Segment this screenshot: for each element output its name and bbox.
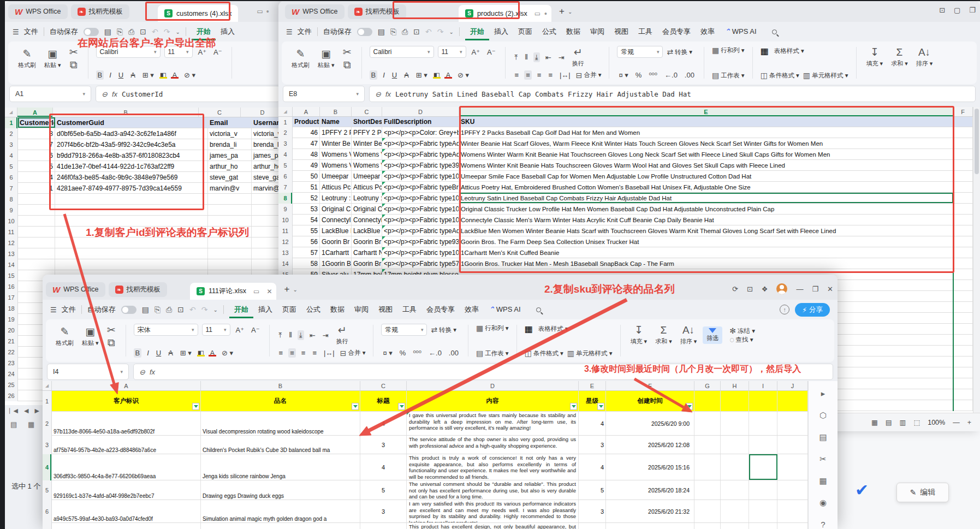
cell[interactable] — [55, 227, 208, 237]
cell[interactable]: 48 — [293, 149, 320, 159]
cell[interactable]: 53 — [293, 204, 320, 214]
menu-item-8[interactable]: 会员专享 — [657, 27, 696, 35]
ribbon-filter-button-active[interactable]: 筛选 — [703, 326, 722, 344]
cell[interactable]: Connectyle Classic Men's Warm Winter Hat… — [459, 215, 953, 225]
tab-list-chevron-icon[interactable]: ⌄ — [568, 9, 572, 15]
undo-icon[interactable]: ↶ — [152, 27, 158, 36]
cell[interactable]: 55 — [293, 225, 320, 236]
cell[interactable]: 4 — [360, 523, 407, 529]
tab-close-icon[interactable]: ✕ — [266, 288, 272, 295]
filter-dropdown-button[interactable] — [398, 403, 405, 410]
indent-dec-button[interactable]: ⇤ — [544, 53, 553, 62]
more-chevron-icon[interactable]: ⌄ — [449, 29, 454, 35]
valign-button-2[interactable]: ⤓ — [533, 52, 540, 62]
cell[interactable]: Connectyl — [352, 215, 382, 225]
cell[interactable] — [721, 480, 749, 500]
formula-bar[interactable]: ⊖ fx — [133, 364, 833, 380]
borders-button[interactable]: ⊞ ▾ — [141, 70, 156, 80]
cell[interactable]: brenda_li — [208, 139, 252, 150]
row-number-5[interactable]: 5 — [278, 160, 293, 171]
cell[interactable]: 50 — [293, 171, 320, 181]
cell[interactable]: 5 — [18, 161, 55, 171]
menu-item-7[interactable]: 工具 — [633, 27, 657, 35]
cell[interactable]: 49 — [293, 160, 320, 170]
cell[interactable] — [953, 149, 973, 159]
bold-button[interactable]: B — [134, 348, 142, 358]
cell[interactable]: <p></p><p>Fabric typeAcr — [382, 138, 459, 148]
column-header-G[interactable]: G — [694, 381, 721, 390]
ribbon-fill-button[interactable]: ↧填充 ▾ — [628, 324, 650, 347]
filter-dropdown-button[interactable] — [352, 403, 359, 410]
valign-button-0[interactable]: ⤒ — [277, 330, 284, 340]
borders-button[interactable]: ⊞ ▾ — [179, 348, 193, 358]
ribbon-fmt-button[interactable]: ✎格式刷 — [289, 47, 312, 70]
cell[interactable]: 4 — [579, 454, 606, 480]
cell[interactable] — [721, 454, 749, 480]
ribbon-rowcol-button[interactable]: ▦行和列 ▾ — [476, 324, 509, 332]
cell[interactable]: 929169c1-b37e-4afd-a04f-998e2b7eebc7 — [52, 480, 201, 500]
cell[interactable] — [749, 412, 777, 435]
cell[interactable]: Winter Beanie Hat Scarf Gloves, Warm Fle… — [459, 138, 953, 148]
font-color-button[interactable]: A — [209, 350, 216, 356]
halign-button-1[interactable]: ≡ — [524, 70, 532, 80]
cell[interactable]: Winter Be — [320, 138, 352, 148]
cell[interactable]: 2025/6/20 12:08 — [606, 436, 694, 454]
formula-bar[interactable]: ⊖ fx CustomerId — [96, 86, 280, 102]
cell[interactable] — [721, 500, 749, 522]
cell[interactable] — [749, 480, 777, 500]
cell[interactable]: 2025/6/20 9:00 — [606, 412, 694, 435]
ribbon-fmt-button[interactable]: ✎格式刷 — [16, 47, 38, 70]
row-number-2[interactable]: 2 — [5, 128, 18, 139]
font-increase-button[interactable]: A⁺ — [470, 47, 482, 57]
view-mode-icons[interactable]: ▤ ▦ — [10, 420, 39, 429]
file-menu[interactable]: 文件 — [24, 27, 38, 37]
apps-grid-icon[interactable]: ❖ — [762, 285, 768, 293]
cell[interactable] — [18, 205, 55, 215]
column-header-C[interactable]: C — [360, 381, 407, 390]
cell[interactable]: <p></p><p>Fabric typeBru — [382, 182, 459, 192]
cell[interactable] — [953, 236, 973, 247]
indent-inc-button[interactable]: ⇥ — [557, 53, 566, 62]
row-number-11[interactable]: 11 — [5, 227, 18, 237]
header-cell-Name[interactable]: Name — [320, 117, 352, 127]
menu-item-7[interactable]: 工具 — [397, 305, 421, 313]
cell[interactable] — [953, 171, 973, 181]
cast-screen-icon[interactable]: ⊡ — [747, 285, 753, 293]
ribbon-sort-button[interactable]: A↓排序 ▾ — [678, 324, 699, 347]
header-cell-客户标识[interactable]: 客户标识 — [52, 391, 201, 411]
menu-item-3[interactable]: 公式 — [301, 305, 325, 313]
clear-format-button[interactable]: ⊘ ▾ — [220, 348, 235, 358]
valign-button-1[interactable]: ⦀ — [287, 330, 294, 340]
cell[interactable]: 5 — [360, 480, 407, 500]
cell[interactable] — [18, 216, 55, 226]
ribbon-shared.font_size-select[interactable]: 11▾ — [202, 324, 230, 336]
cell[interactable] — [208, 237, 252, 248]
cell[interactable]: af75b746-957b-4b2e-a223-d88486b7a6ce — [52, 436, 201, 454]
view-page-icon[interactable]: ▤ — [886, 418, 892, 426]
filter-dropdown-button[interactable] — [597, 403, 604, 410]
cell[interactable]: 58 — [293, 258, 320, 269]
cell[interactable] — [777, 523, 808, 529]
cell[interactable]: 56 — [293, 236, 320, 247]
font-increase-button[interactable]: A⁺ — [197, 47, 209, 57]
scrollbar-vertical[interactable] — [973, 107, 980, 413]
row-number-11[interactable]: 11 — [278, 225, 293, 236]
ribbon-cond-button[interactable]: ◫条件格式 ▾ — [761, 71, 799, 80]
cell[interactable]: The service attitude of the shop owner i… — [407, 436, 579, 454]
underline-button[interactable]: U — [390, 70, 399, 80]
redo-icon[interactable]: ↷ — [437, 27, 444, 36]
bold-button[interactable]: B — [370, 70, 378, 80]
cell[interactable]: 52 — [293, 193, 320, 203]
ribbon-rowcol-button[interactable]: ▦行和列 ▾ — [712, 46, 745, 55]
zoom-out-icon[interactable]: ⊖ — [375, 90, 381, 98]
new-tab-button[interactable]: + — [559, 6, 565, 17]
row-number-8[interactable]: 8 — [5, 194, 18, 205]
cell[interactable] — [694, 523, 721, 529]
help-icon[interactable]: ? — [821, 520, 825, 529]
cell[interactable]: 5 — [579, 480, 606, 500]
row-number-9[interactable]: 9 — [278, 204, 293, 215]
cell[interactable]: Womens V — [320, 149, 352, 159]
menu-item-4[interactable]: 数据 — [325, 305, 349, 313]
cell[interactable]: Womens V — [352, 149, 382, 159]
row-number-5[interactable]: 5 — [5, 161, 18, 172]
